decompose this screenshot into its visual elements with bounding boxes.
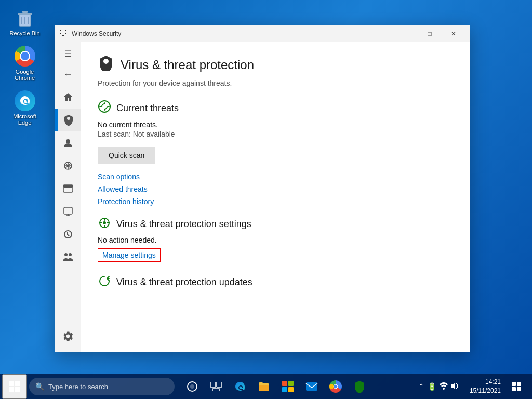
virus-protection-header-icon [98, 55, 114, 75]
page-title: Virus & threat protection [121, 58, 254, 72]
recycle-bin-label: Recycle Bin [9, 30, 39, 36]
svg-rect-31 [512, 382, 516, 386]
sidebar-item-family-options[interactable] [55, 246, 81, 269]
protection-settings-header: Virus & threat protection settings [98, 216, 453, 232]
sidebar-item-virus-protection[interactable] [55, 109, 81, 131]
svg-rect-16 [15, 381, 20, 386]
sidebar-item-firewall[interactable] [55, 154, 81, 177]
sidebar-item-home[interactable] [55, 86, 81, 109]
svg-point-14 [103, 221, 106, 224]
svg-rect-24 [259, 385, 269, 391]
cortana-button[interactable] [181, 375, 204, 398]
protection-updates-header: Virus & threat protection updates [98, 274, 453, 290]
svg-point-30 [443, 388, 445, 390]
protection-updates-title: Virus & threat protection updates [116, 277, 252, 288]
protection-updates-icon [98, 274, 111, 290]
svg-point-20 [190, 384, 194, 389]
taskbar-search-bar[interactable]: 🔍 Type here to search [29, 378, 175, 395]
svg-rect-26 [288, 381, 294, 386]
sidebar-bottom [55, 325, 81, 348]
window-title: Windows Security [72, 30, 121, 37]
sidebar-item-settings[interactable] [55, 325, 81, 348]
manage-settings-link[interactable]: Manage settings [98, 248, 161, 262]
tray-volume-icon[interactable] [451, 382, 459, 391]
sidebar-item-account-protection[interactable] [55, 131, 81, 154]
google-chrome-desktop-icon[interactable]: Google Chrome [5, 44, 44, 83]
current-threats-icon [98, 100, 111, 116]
svg-rect-21 [210, 382, 216, 387]
no-threats-text: No current threats. [98, 121, 453, 129]
svg-point-12 [69, 253, 72, 256]
svg-rect-33 [512, 387, 516, 391]
taskbar: 🔍 Type here to search [0, 374, 532, 399]
maximize-button[interactable]: □ [418, 25, 442, 42]
file-explorer-button[interactable] [252, 375, 275, 398]
hamburger-menu[interactable]: ☰ [55, 44, 81, 63]
windows-security-window: 🛡 Windows Security — □ ✕ ☰ ← [55, 25, 470, 352]
title-bar-left: 🛡 Windows Security [59, 29, 121, 38]
recycle-bin-image [15, 7, 35, 28]
svg-point-11 [64, 253, 68, 256]
sidebar-item-device-performance[interactable] [55, 223, 81, 246]
recycle-bin-icon[interactable]: Recycle Bin [5, 5, 44, 38]
desktop-icons-container: Recycle Bin Google Chrome Microsoft Edge [5, 5, 44, 128]
main-content: Virus & threat protection Protection for… [81, 42, 470, 352]
quick-scan-button[interactable]: Quick scan [98, 147, 155, 164]
edge-image [15, 90, 35, 111]
close-button[interactable]: ✕ [442, 25, 466, 42]
search-bar-placeholder: Type here to search [48, 383, 108, 391]
sidebar-item-back[interactable]: ← [55, 63, 81, 86]
last-scan-text: Last scan: Not available [98, 130, 453, 138]
svg-point-6 [66, 139, 70, 143]
notification-center-button[interactable] [507, 375, 526, 398]
protection-settings-icon [98, 216, 111, 232]
no-action-text: No action needed. [98, 236, 453, 244]
svg-rect-1 [18, 13, 32, 15]
svg-rect-29 [306, 382, 317, 391]
svg-rect-18 [15, 387, 20, 392]
current-threats-header: Current threats [98, 100, 453, 116]
svg-rect-15 [9, 381, 14, 386]
settings-section: Virus & threat protection settings No ac… [98, 216, 453, 264]
start-button[interactable] [2, 374, 27, 399]
microsoft-edge-desktop-icon[interactable]: Microsoft Edge [5, 88, 44, 128]
tray-battery-icon[interactable]: 🔋 [428, 382, 436, 391]
protection-history-link[interactable]: Protection history [98, 197, 453, 206]
tray-network-icon[interactable] [440, 382, 448, 391]
system-tray: ⌃ 🔋 [414, 382, 463, 391]
svg-rect-23 [212, 389, 220, 391]
svg-rect-32 [517, 382, 521, 386]
edge-taskbar-button[interactable] [229, 375, 251, 398]
window-body: ☰ ← [55, 42, 470, 352]
clock-date: 15/11/2021 [470, 387, 501, 395]
svg-rect-34 [517, 387, 521, 391]
task-view-button[interactable] [205, 375, 228, 398]
svg-rect-10 [64, 207, 72, 214]
taskbar-right: ⌃ 🔋 14:21 [414, 375, 530, 398]
google-chrome-label: Google Chrome [7, 69, 42, 81]
protection-settings-title: Virus & threat protection settings [116, 219, 251, 230]
title-bar-shield-icon: 🛡 [59, 29, 68, 38]
svg-rect-27 [282, 387, 287, 392]
scan-options-link[interactable]: Scan options [98, 172, 453, 181]
svg-rect-22 [217, 382, 222, 387]
sidebar: ☰ ← [55, 42, 81, 352]
system-clock[interactable]: 14:21 15/11/2021 [466, 378, 505, 395]
tray-chevron[interactable]: ⌃ [418, 382, 424, 391]
store-button[interactable] [276, 375, 299, 398]
minimize-button[interactable]: — [394, 25, 418, 42]
taskbar-center-icons [181, 375, 371, 398]
mail-button[interactable] [300, 375, 323, 398]
windows-security-taskbar-button[interactable] [348, 375, 371, 398]
svg-rect-28 [288, 387, 294, 392]
clock-time: 14:21 [470, 378, 501, 387]
search-bar-icon: 🔍 [35, 382, 44, 391]
title-bar: 🛡 Windows Security — □ ✕ [55, 25, 470, 42]
svg-rect-9 [63, 185, 73, 188]
sidebar-item-app-browser[interactable] [55, 177, 81, 200]
sidebar-item-device-security[interactable] [55, 200, 81, 223]
page-subtitle: Protection for your device against threa… [98, 79, 453, 87]
svg-rect-17 [9, 387, 14, 392]
allowed-threats-link[interactable]: Allowed threats [98, 185, 453, 193]
chrome-taskbar-button[interactable] [324, 375, 347, 398]
